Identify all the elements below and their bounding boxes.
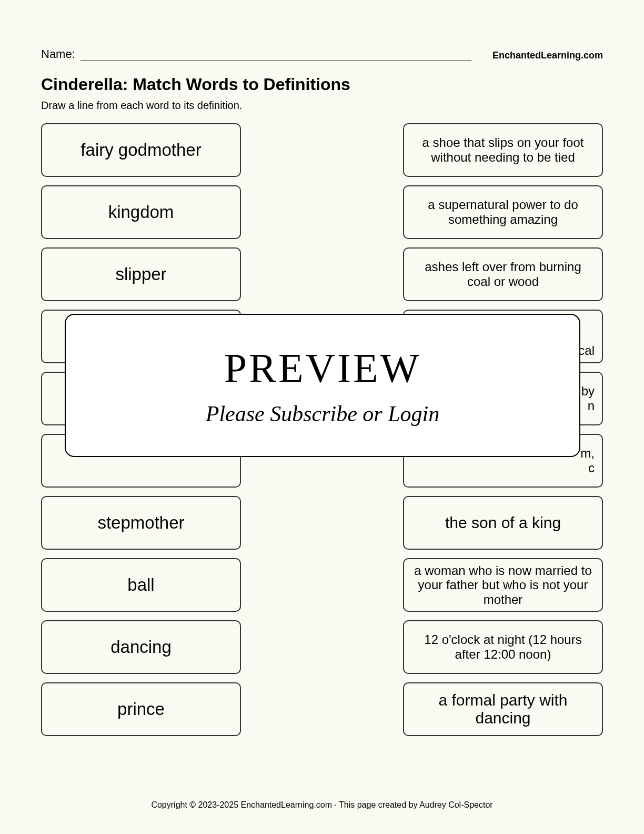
brand-text: EnchantedLearning.com (492, 50, 603, 61)
definition-box: a supernatural power to do something ama… (403, 185, 603, 239)
word-text: stepmother (97, 513, 184, 532)
definition-box: the son of a king (403, 496, 603, 550)
word-text: fairy godmother (80, 141, 201, 160)
name-field: Name: (41, 47, 492, 61)
definition-text-suffix: cal (578, 343, 595, 358)
word-box: kingdom (41, 185, 241, 239)
word-box: fairy godmother (41, 123, 241, 177)
definition-box: 12 o'clock at night (12 hours after 12:0… (403, 620, 603, 674)
name-label: Name: (41, 47, 75, 61)
word-box: prince (41, 682, 241, 736)
word-box: stepmother (41, 496, 241, 550)
definition-text-suffix: by n (581, 384, 595, 413)
name-underline[interactable] (80, 49, 471, 61)
definition-text-suffix: m, c (580, 446, 595, 475)
definition-text: a formal party with dancing (411, 691, 595, 728)
word-box: slipper (41, 247, 241, 301)
definition-text: a supernatural power to do something ama… (411, 197, 595, 226)
definition-box: a shoe that slips on your foot without n… (403, 123, 603, 177)
overlay-subtitle: Please Subscribe or Login (206, 401, 439, 426)
word-text: dancing (110, 638, 172, 657)
preview-overlay: PREVIEW Please Subscribe or Login (65, 314, 580, 457)
definition-text: a shoe that slips on your foot without n… (411, 135, 595, 164)
word-box: dancing (41, 620, 241, 674)
instructions-text: Draw a line from each word to its defini… (41, 100, 603, 112)
word-box: ball (41, 558, 241, 612)
page-title: Cinderella: Match Words to Definitions (41, 75, 603, 94)
definition-text: 12 o'clock at night (12 hours after 12:0… (411, 632, 595, 661)
word-text: ball (127, 575, 154, 594)
footer-text: Copyright © 2023-2025 EnchantedLearning.… (0, 800, 644, 810)
header-row: Name: EnchantedLearning.com (41, 47, 603, 61)
definition-text: a woman who is now married to your fathe… (411, 563, 595, 607)
definition-box: ashes left over from burning coal or woo… (403, 247, 603, 301)
definition-text: ashes left over from burning coal or woo… (411, 260, 595, 289)
definition-text: the son of a king (445, 514, 561, 532)
word-text: kingdom (108, 203, 174, 222)
word-text: prince (117, 700, 165, 719)
word-text: slipper (115, 265, 166, 284)
overlay-title: PREVIEW (224, 344, 421, 392)
definition-box: a formal party with dancing (403, 682, 603, 736)
definition-box: a woman who is now married to your fathe… (403, 558, 603, 612)
